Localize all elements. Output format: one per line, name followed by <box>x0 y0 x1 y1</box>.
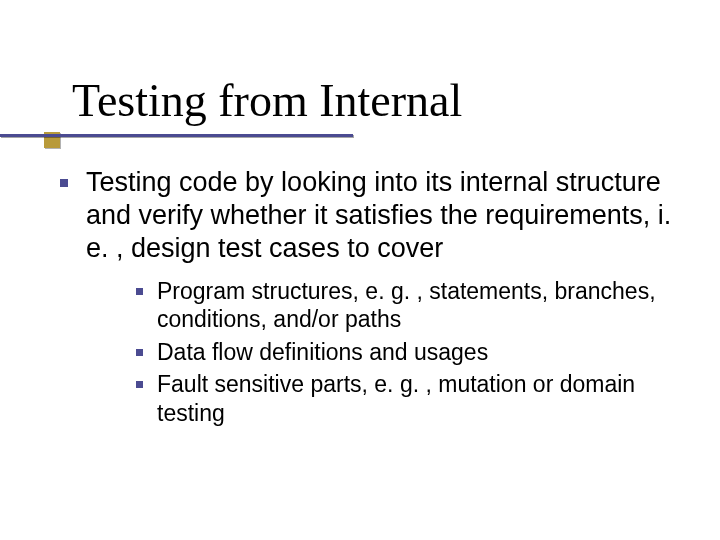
slide-body: Testing code by looking into its interna… <box>60 166 672 431</box>
sub-list: Program structures, e. g. , statements, … <box>136 277 672 428</box>
list-item: Program structures, e. g. , statements, … <box>136 277 672 334</box>
list-item-text: Fault sensitive parts, e. g. , mutation … <box>157 370 672 427</box>
list-item: Fault sensitive parts, e. g. , mutation … <box>136 370 672 427</box>
list-item: Data flow definitions and usages <box>136 338 672 367</box>
list-item-text: Program structures, e. g. , statements, … <box>157 277 672 334</box>
list-item-text: Testing code by looking into its interna… <box>86 166 672 265</box>
slide-title: Testing from Internal <box>72 74 462 127</box>
list-item-text: Data flow definitions and usages <box>157 338 488 367</box>
square-bullet-icon <box>136 288 143 295</box>
square-bullet-icon <box>60 179 68 187</box>
square-bullet-icon <box>136 381 143 388</box>
square-bullet-icon <box>136 349 143 356</box>
title-underline <box>0 134 353 137</box>
title-region: Testing from Internal <box>72 74 462 127</box>
list-item: Testing code by looking into its interna… <box>60 166 672 265</box>
slide: Testing from Internal Testing code by lo… <box>0 0 720 540</box>
